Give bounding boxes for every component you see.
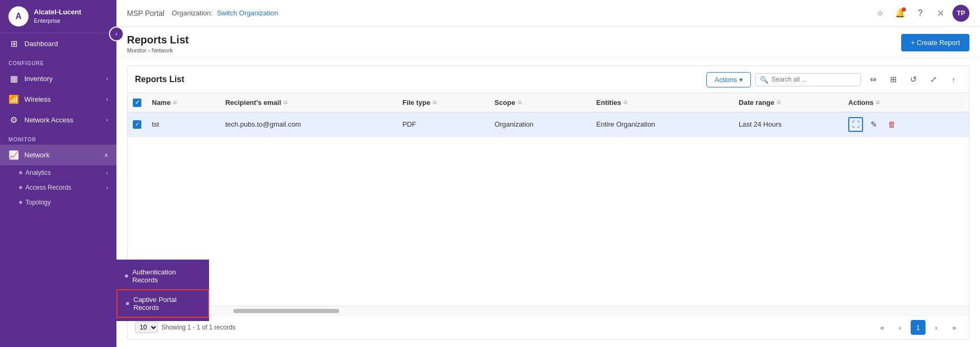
actions-chevron-icon: ▾ — [739, 76, 743, 84]
sidebar-sub-topology[interactable]: Topology — [0, 195, 116, 210]
scroll-thumb[interactable] — [233, 309, 339, 313]
horizontal-scrollbar[interactable] — [128, 306, 969, 315]
topbar-circle-icon[interactable]: ○ — [872, 5, 888, 21]
pagination-last-btn[interactable]: » — [947, 320, 961, 335]
col-adjust-icon-btn[interactable]: ⇔ — [865, 72, 881, 87]
col-date-range-menu-icon[interactable]: ≡ — [776, 98, 781, 106]
reports-table: ✓ Name ≡ Recipient's email ≡ — [128, 93, 969, 137]
breadcrumb-part2: Network — [151, 47, 173, 54]
panel-toolbar: Reports List Actions ▾ 🔍 ⇔ ⊞ ↺ ⤢ ↑ — [128, 66, 969, 93]
row-email-cell: tech.pubs.to@gmail.com — [220, 112, 397, 137]
breadcrumb-sep: › — [148, 47, 150, 54]
col-checkbox: ✓ — [128, 93, 147, 112]
reports-panel: Reports List Actions ▾ 🔍 ⇔ ⊞ ↺ ⤢ ↑ ✓ — [127, 66, 969, 340]
search-box[interactable]: 🔍 — [755, 73, 861, 86]
col-actions-label: Actions — [848, 99, 874, 106]
sidebar-inventory-label: Inventory — [24, 75, 52, 83]
panel-title: Reports List — [135, 75, 702, 84]
flyout-captive-portal-records[interactable]: Captive Portal Records — [116, 289, 209, 318]
sidebar-network-label: Network — [24, 151, 50, 159]
col-name-menu-icon[interactable]: ≡ — [173, 98, 177, 106]
sidebar-sub-analytics[interactable]: Analytics › — [0, 165, 116, 180]
topbar-collapse-icon[interactable]: ⤬ — [932, 5, 948, 21]
per-page-select[interactable]: 10 25 50 — [135, 322, 158, 333]
sidebar-item-wireless[interactable]: 📶 Wireless › — [0, 89, 116, 110]
switch-org-link[interactable]: Switch Organization — [217, 9, 278, 17]
monitor-section-label: MONITOR — [0, 130, 116, 145]
sidebar-item-network-access[interactable]: ⚙ Network Access › — [0, 110, 116, 130]
main-content: MSP Portal Organization: Switch Organiza… — [116, 0, 980, 347]
topbar: MSP Portal Organization: Switch Organiza… — [116, 0, 980, 26]
header-checkbox[interactable]: ✓ — [133, 99, 141, 107]
sidebar-topology-label: Topology — [25, 199, 51, 206]
logo-text: Alcatel-Lucent Enterprise — [34, 8, 81, 24]
topbar-avatar[interactable]: TP — [952, 5, 969, 22]
row-date-range-cell: Last 24 Hours — [733, 112, 843, 137]
col-email: Recipient's email ≡ — [220, 93, 397, 112]
col-date-range-label: Date range — [739, 99, 774, 106]
configure-section-label: CONFIGURE — [0, 54, 116, 68]
col-menu-icon-btn[interactable]: ⊞ — [885, 72, 901, 87]
pagination-showing-text: Showing 1 - 1 of 1 records — [161, 324, 872, 331]
sidebar-access-records-label: Access Records — [25, 184, 71, 191]
actions-button[interactable]: Actions ▾ — [706, 72, 751, 87]
notif-badge — [902, 7, 906, 12]
pagination-prev-btn[interactable]: ‹ — [893, 320, 908, 335]
flyout-menu: Authentication Records Captive Portal Re… — [116, 260, 209, 321]
actions-btn-label: Actions — [714, 76, 737, 84]
row-action-group: ⛶ ✎ 🗑 — [848, 117, 964, 132]
network-icon: 📈 — [8, 150, 19, 160]
row-checkbox[interactable]: ✓ — [133, 120, 141, 129]
flyout-authentication-records[interactable]: Authentication Records — [116, 263, 209, 289]
col-actions: Actions ≡ — [843, 93, 969, 112]
refresh-icon-btn[interactable]: ↺ — [905, 72, 921, 87]
search-icon: 🔍 — [760, 76, 768, 84]
network-chevron: ∧ — [104, 152, 108, 158]
analytics-bullet — [19, 171, 22, 174]
col-scope-menu-icon[interactable]: ≡ — [518, 98, 522, 106]
sidebar: A Alcatel-Lucent Enterprise ‹ ⊞ Dashboar… — [0, 0, 116, 347]
export-icon-btn[interactable]: ↑ — [946, 72, 961, 87]
flyout-captive-portal-label: Captive Portal Records — [133, 296, 199, 312]
col-name: Name ≡ — [147, 93, 220, 112]
topbar-help-icon[interactable]: ? — [912, 5, 928, 21]
access-records-chevron: › — [106, 185, 108, 191]
col-actions-menu-icon[interactable]: ≡ — [876, 98, 880, 106]
table-row: ✓ tst tech.pubs.to@gmail.com PDF Organiz… — [128, 112, 969, 137]
sidebar-sub-access-records[interactable]: Access Records › — [0, 180, 116, 195]
topbar-notification-icon[interactable]: 🔔 — [892, 5, 908, 21]
breadcrumb: Monitor › Network — [127, 47, 189, 54]
col-name-label: Name — [152, 99, 170, 106]
access-records-bullet — [19, 186, 22, 189]
col-scope-label: Scope — [495, 99, 515, 106]
sidebar-item-inventory[interactable]: ▦ Inventory › — [0, 68, 116, 89]
row-entities-cell: Entire Organization — [591, 112, 733, 137]
sidebar-collapse-btn[interactable]: ‹ — [109, 26, 124, 41]
captive-portal-bullet — [126, 302, 129, 305]
col-entities-menu-icon[interactable]: ≡ — [623, 98, 628, 106]
sidebar-item-dashboard[interactable]: ⊞ Dashboard — [0, 33, 116, 54]
pagination-first-btn[interactable]: « — [875, 320, 890, 335]
col-email-menu-icon[interactable]: ≡ — [283, 98, 287, 106]
sidebar-dashboard-label: Dashboard — [24, 40, 58, 48]
org-label: Organization: — [172, 9, 213, 17]
row-actions-cell: ⛶ ✎ 🗑 — [843, 112, 969, 137]
expand-icon-btn[interactable]: ⤢ — [925, 72, 941, 87]
search-input[interactable] — [772, 76, 856, 83]
row-view-btn[interactable]: ⛶ — [848, 117, 863, 132]
msp-portal-label: MSP Portal — [127, 9, 165, 17]
pagination-page-1-btn[interactable]: 1 — [911, 320, 925, 335]
row-delete-btn[interactable]: 🗑 — [884, 117, 899, 132]
col-entities: Entities ≡ — [591, 93, 733, 112]
create-report-button[interactable]: + Create Report — [901, 34, 969, 51]
row-edit-btn[interactable]: ✎ — [866, 117, 881, 132]
sidebar-item-network[interactable]: 📈 Network ∧ — [0, 145, 116, 165]
logo-icon: A — [8, 6, 29, 26]
col-file-type-menu-icon[interactable]: ≡ — [432, 98, 437, 106]
row-name-cell: tst — [147, 112, 220, 137]
table-body: ✓ tst tech.pubs.to@gmail.com PDF Organiz… — [128, 112, 969, 137]
row-checkbox-cell: ✓ — [128, 112, 147, 137]
col-scope: Scope ≡ — [489, 93, 591, 112]
flyout-auth-records-label: Authentication Records — [132, 268, 201, 284]
pagination-next-btn[interactable]: › — [929, 320, 943, 335]
